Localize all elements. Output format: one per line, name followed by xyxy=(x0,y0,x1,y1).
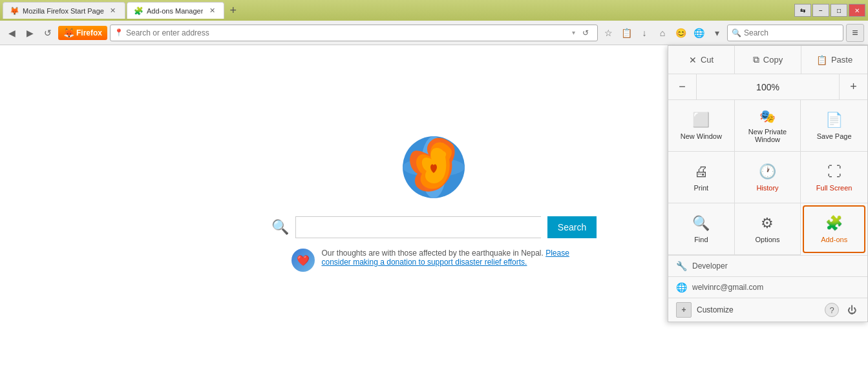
power-button[interactable]: ⏻ xyxy=(844,302,860,318)
copy-button[interactable]: ⧉ Copy xyxy=(735,46,801,74)
paste-icon: 📋 xyxy=(816,55,827,65)
close-button[interactable]: ✕ xyxy=(849,4,865,17)
nepal-icon: ❤️ xyxy=(291,249,315,272)
tab-close-addons[interactable]: ✕ xyxy=(207,6,217,16)
new-private-window-icon: 🎭 xyxy=(759,108,776,124)
avatar-button[interactable]: 😊 xyxy=(673,25,688,41)
flag-button[interactable]: 🌐 xyxy=(691,25,706,41)
hamburger-icon: ≡ xyxy=(852,27,858,39)
options-icon: ⚙ xyxy=(761,215,774,232)
new-window-label: New Window xyxy=(681,132,722,140)
customize-button[interactable]: Customize xyxy=(697,305,820,314)
full-screen-button[interactable]: ⛶ Full Screen xyxy=(801,152,867,203)
menu-bottom-row: + Customize ? ⏻ xyxy=(668,298,867,322)
nav-search-icon: 🔍 xyxy=(732,28,741,37)
address-input[interactable] xyxy=(126,28,569,37)
history-button[interactable]: 🕐 History xyxy=(735,152,801,203)
firefox-logo-large xyxy=(395,128,472,206)
copy-icon: ⧉ xyxy=(753,54,759,65)
nepal-text: Our thoughts are with those affected by … xyxy=(321,249,576,267)
address-bar: 📍 ▾ ↺ xyxy=(110,25,598,41)
history-label: History xyxy=(756,184,778,192)
new-window-button[interactable]: ⬜ New Window xyxy=(668,100,735,152)
pocket-button[interactable]: 📋 xyxy=(619,25,634,41)
find-icon: 🔍 xyxy=(692,215,710,232)
main-content: 🔍 Search ❤️ Our thoughts are with those … xyxy=(0,45,868,368)
account-row: 🌐 welvinrc@gmail.com xyxy=(668,277,867,298)
new-private-window-button[interactable]: 🎭 New PrivateWindow xyxy=(735,100,801,152)
forward-button[interactable]: ▶ xyxy=(22,25,37,41)
title-bar: 🦊 Mozilla Firefox Start Page ✕ 🧩 Add-ons… xyxy=(0,0,868,21)
cut-button[interactable]: ✕ Cut xyxy=(668,46,735,74)
nav-bar: ◀ ▶ ↺ 🦊 Firefox 📍 ▾ ↺ ☆ 📋 ↓ ⌂ 😊 🌐 ▾ 🔍 ≡ xyxy=(0,21,868,45)
nav-search-input[interactable] xyxy=(744,28,841,37)
firefox-logo-icon: 🦊 xyxy=(63,28,74,38)
paste-label: Paste xyxy=(831,55,852,65)
main-search-button[interactable]: Search xyxy=(547,216,597,238)
find-label: Find xyxy=(694,236,708,243)
find-button[interactable]: 🔍 Find xyxy=(668,203,735,255)
tab-favicon-firefox: 🦊 xyxy=(10,6,19,15)
tab-addons-manager[interactable]: 🧩 Add-ons Manager ✕ xyxy=(127,2,224,19)
menu-edit-row: ✕ Cut ⧉ Copy 📋 Paste xyxy=(668,46,867,74)
save-page-icon: 📄 xyxy=(825,112,843,128)
dropdown-menu: ✕ Cut ⧉ Copy 📋 Paste − 100% + ⬜ New Wind… xyxy=(668,45,868,322)
options-label: Options xyxy=(756,236,780,243)
paste-button[interactable]: 📋 Paste xyxy=(801,46,867,74)
tab-favicon-addons: 🧩 xyxy=(134,6,143,15)
history-icon: 🕐 xyxy=(759,163,776,180)
nepal-notice: ❤️ Our thoughts are with those affected … xyxy=(291,249,576,272)
developer-row: 🔧 Developer xyxy=(668,256,867,277)
account-icon: 🌐 xyxy=(676,282,687,292)
location-icon: 📍 xyxy=(114,28,123,37)
back-button[interactable]: ◀ xyxy=(4,25,19,41)
download-button[interactable]: ↓ xyxy=(637,25,652,41)
tab-title-firefox: Mozilla Firefox Start Page xyxy=(23,7,104,15)
restore-button[interactable]: ⇆ xyxy=(794,4,811,17)
tab-close-firefox[interactable]: ✕ xyxy=(108,6,118,16)
firefox-label: Firefox xyxy=(76,28,102,37)
customize-label: Customize xyxy=(697,305,734,314)
full-screen-label: Full Screen xyxy=(816,184,852,192)
new-private-window-label: New PrivateWindow xyxy=(748,128,787,143)
help-button[interactable]: ? xyxy=(825,303,839,317)
dropdown-arrow-icon: ▾ xyxy=(572,29,575,36)
search-section: 🔍 Search xyxy=(271,216,597,238)
cut-icon: ✕ xyxy=(689,55,697,65)
main-search-icon: 🔍 xyxy=(271,219,289,236)
zoom-out-button[interactable]: − xyxy=(668,74,697,99)
maximize-button[interactable]: □ xyxy=(831,4,847,17)
nav-search-bar: 🔍 xyxy=(727,25,843,41)
minimize-button[interactable]: − xyxy=(812,4,829,17)
cut-label: Cut xyxy=(701,55,714,65)
reload-button[interactable]: ↺ xyxy=(40,25,56,41)
options-button[interactable]: ⚙ Options xyxy=(735,203,801,255)
home-button[interactable]: ⌂ xyxy=(655,25,670,41)
more-button[interactable]: ▾ xyxy=(709,25,725,41)
save-page-label: Save Page xyxy=(817,132,852,140)
bookmark-star-button[interactable]: ☆ xyxy=(600,25,616,41)
window-controls: ⇆ − □ ✕ xyxy=(794,4,865,17)
zoom-level: 100% xyxy=(697,82,839,92)
menu-zoom-row: − 100% + xyxy=(668,74,867,100)
save-page-button[interactable]: 📄 Save Page xyxy=(801,100,867,152)
print-icon: 🖨 xyxy=(694,163,708,180)
developer-icon: 🔧 xyxy=(676,261,687,271)
print-button[interactable]: 🖨 Print xyxy=(668,152,735,203)
firefox-menu-button[interactable]: 🦊 Firefox xyxy=(58,26,107,40)
add-ons-icon: 🧩 xyxy=(825,215,843,232)
menu-grid: ⬜ New Window 🎭 New PrivateWindow 📄 Save … xyxy=(668,100,867,256)
firefox-center-section: 🔍 Search ❤️ Our thoughts are with those … xyxy=(271,128,597,272)
hamburger-menu-button[interactable]: ≡ xyxy=(846,24,864,42)
customize-icon[interactable]: + xyxy=(676,302,692,318)
new-tab-button[interactable]: + xyxy=(226,4,240,17)
reload-icon[interactable]: ↺ xyxy=(578,25,593,41)
account-email: welvinrc@gmail.com xyxy=(692,283,763,292)
add-ons-button[interactable]: 🧩 Add-ons xyxy=(803,205,865,253)
tab-title-addons: Add-ons Manager xyxy=(147,7,203,15)
tab-firefox-start[interactable]: 🦊 Mozilla Firefox Start Page ✕ xyxy=(3,2,125,19)
new-window-icon: ⬜ xyxy=(692,112,710,128)
main-search-input[interactable] xyxy=(295,216,541,238)
zoom-in-button[interactable]: + xyxy=(839,74,867,99)
full-screen-icon: ⛶ xyxy=(827,163,842,180)
